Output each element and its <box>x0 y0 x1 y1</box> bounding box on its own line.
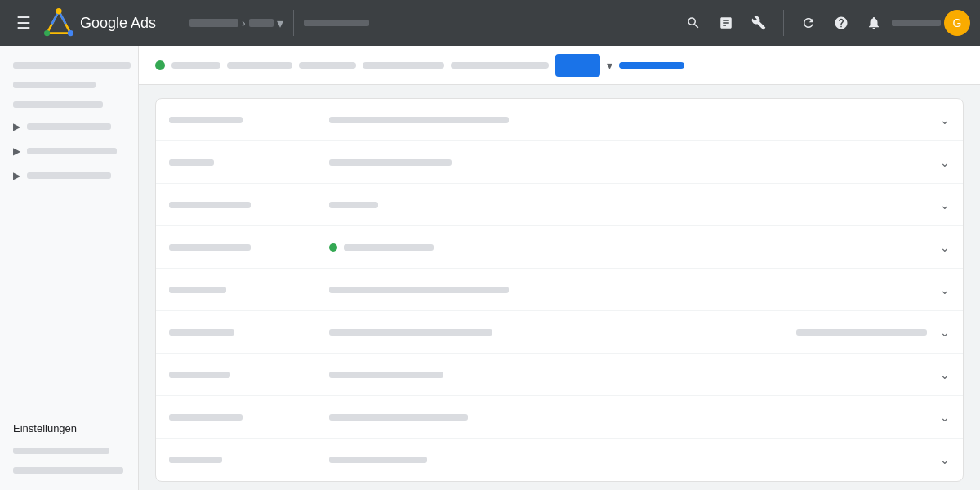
subnav-active-pill[interactable] <box>555 54 600 77</box>
table-row[interactable]: ⌄ <box>156 439 963 481</box>
row-col2-1 <box>329 117 773 123</box>
table-row[interactable]: ⌄ <box>156 141 963 184</box>
content-area: ⌄ ⌄ <box>139 85 980 490</box>
cell-3-6 <box>796 329 927 336</box>
expand-icon-5[interactable]: ⌄ <box>940 283 950 296</box>
cell-1-8 <box>169 414 243 421</box>
notifications-button[interactable] <box>859 8 889 38</box>
chevron-icon-2: ▶ <box>13 121 20 132</box>
subnav-dropdown[interactable]: ▾ <box>607 59 612 72</box>
help-button[interactable] <box>826 8 856 38</box>
cell-2-1 <box>329 117 509 123</box>
subnav-link[interactable] <box>619 62 684 69</box>
table-row[interactable]: ⌄ <box>156 184 963 226</box>
sidebar-bottom-2 <box>13 467 123 474</box>
sidebar-item-1[interactable] <box>0 95 138 114</box>
chevron-icon-4: ▶ <box>13 170 20 181</box>
subnav-pill-4[interactable] <box>363 62 444 69</box>
nav-area: › ▾ <box>189 10 672 36</box>
cell-2-8 <box>329 414 468 421</box>
expand-icon-7[interactable]: ⌄ <box>940 368 950 381</box>
menu-icon[interactable]: ☰ <box>10 7 38 39</box>
row-col3-3: ⌄ <box>786 198 950 212</box>
tools-button[interactable] <box>744 8 773 38</box>
breadcrumb-item-1[interactable] <box>189 19 238 27</box>
nav-secondary-item[interactable] <box>304 20 369 26</box>
nav-divider-2 <box>293 10 294 36</box>
subnav: ▾ <box>139 46 980 85</box>
sidebar-item-4[interactable]: ▶ <box>0 163 138 188</box>
sidebar-item-2[interactable]: ▶ <box>0 114 138 139</box>
expand-icon-2[interactable]: ⌄ <box>940 156 950 169</box>
row-col1-4 <box>169 244 316 251</box>
row-col1-7 <box>169 372 316 378</box>
chevron-icon-3: ▶ <box>13 145 20 157</box>
layout: ▶ ▶ ▶ Einstellungen <box>0 46 980 490</box>
sidebar-item-label-3 <box>27 148 117 154</box>
expand-icon-1[interactable]: ⌄ <box>940 114 950 127</box>
row-col1-6 <box>169 329 316 336</box>
svg-point-2 <box>44 30 50 36</box>
subnav-pill-5[interactable] <box>451 62 549 69</box>
cell-2-3 <box>329 202 378 208</box>
cell-1-3 <box>169 202 251 208</box>
table-row[interactable]: ⌄ <box>156 269 963 311</box>
row-col2-2 <box>329 159 773 166</box>
main-content: ▾ ⌄ <box>139 46 980 490</box>
sidebar-item-3[interactable]: ▶ <box>0 139 138 163</box>
table-row[interactable]: ⌄ <box>156 226 963 269</box>
expand-icon-9[interactable]: ⌄ <box>940 453 950 466</box>
row-col1-5 <box>169 287 316 293</box>
row-col2-8 <box>329 414 773 421</box>
topnav: ☰ Google Ads › ▾ <box>0 0 980 46</box>
logo-icon <box>44 8 74 38</box>
expand-icon-6[interactable]: ⌄ <box>940 326 950 339</box>
row-col2-4 <box>329 243 773 252</box>
row-col3-6: ⌄ <box>786 326 950 339</box>
row-col2-5 <box>329 287 773 293</box>
cell-1-9 <box>169 457 222 463</box>
svg-point-4 <box>56 8 61 14</box>
cell-1-4 <box>169 244 251 251</box>
nav-divider-3 <box>783 10 784 36</box>
status-dot-4 <box>329 243 337 252</box>
avatar[interactable]: G <box>944 10 970 36</box>
row-col3-9: ⌄ <box>786 453 950 466</box>
cell-2-2 <box>329 159 452 166</box>
table-row[interactable]: ⌄ <box>156 354 963 396</box>
subnav-pill-3[interactable] <box>299 62 356 69</box>
nav-dropdown[interactable]: ▾ <box>277 16 283 31</box>
sidebar-line-2 <box>13 82 96 88</box>
reports-button[interactable] <box>711 8 741 38</box>
breadcrumb-item-2[interactable] <box>249 19 274 27</box>
nav-divider-1 <box>176 10 176 36</box>
svg-marker-1 <box>47 11 71 33</box>
svg-marker-0 <box>47 11 71 33</box>
row-col1-8 <box>169 414 316 421</box>
row-col1-1 <box>169 117 316 123</box>
subnav-pill-2[interactable] <box>227 62 292 69</box>
cell-2-9 <box>329 457 427 463</box>
row-col3-2: ⌄ <box>786 156 950 169</box>
row-col2-7 <box>329 372 773 378</box>
chevron-down-icon: ▾ <box>277 16 283 31</box>
logo: Google Ads <box>44 8 156 38</box>
table-row[interactable]: ⌄ <box>156 311 963 354</box>
sidebar-bottom-1 <box>13 448 109 454</box>
account-bar[interactable] <box>892 20 941 26</box>
sidebar-item-label-4 <box>27 172 111 179</box>
cell-1-5 <box>169 287 226 293</box>
expand-icon-3[interactable]: ⌄ <box>940 198 950 212</box>
breadcrumb: › <box>189 16 274 29</box>
table-row[interactable]: ⌄ <box>156 396 963 439</box>
refresh-button[interactable] <box>794 8 823 38</box>
settings-label[interactable]: Einstellungen <box>0 416 138 441</box>
table-row[interactable]: ⌄ <box>156 99 963 141</box>
table-card: ⌄ ⌄ <box>155 98 964 482</box>
cell-1-7 <box>169 372 230 378</box>
expand-icon-4[interactable]: ⌄ <box>940 241 950 254</box>
row-col3-1: ⌄ <box>786 114 950 127</box>
subnav-pill-1[interactable] <box>172 62 220 69</box>
search-button[interactable] <box>679 8 708 38</box>
expand-icon-8[interactable]: ⌄ <box>940 411 950 424</box>
